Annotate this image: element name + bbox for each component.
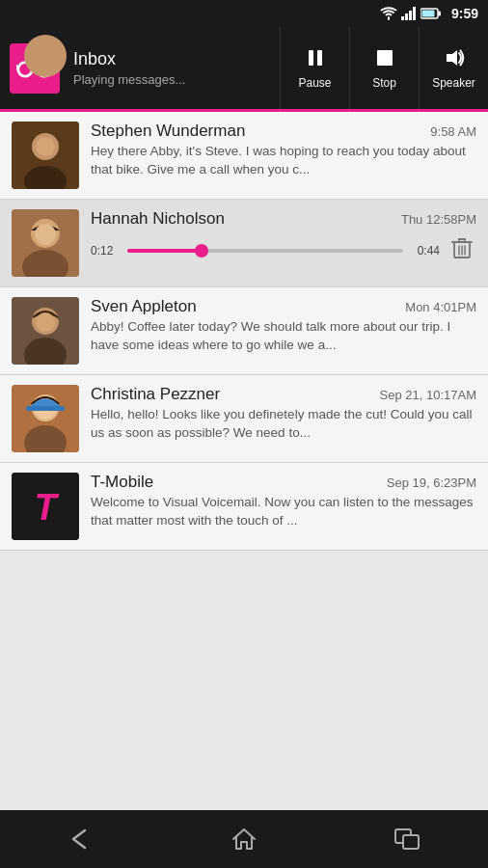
svg-rect-0 — [401, 16, 404, 20]
message-header: T-Mobile Sep 19, 6:23PM — [91, 473, 476, 492]
playback-controls: 0:12 0:44 — [91, 234, 476, 266]
status-bar: 9:59 — [0, 0, 488, 27]
hannah-avatar — [12, 209, 79, 277]
stop-button[interactable]: Stop — [349, 27, 419, 109]
avatar: T — [12, 473, 79, 540]
pause-icon — [305, 47, 326, 72]
message-preview: Hey there Abby, it's Steve. I was hoping… — [91, 143, 476, 179]
christina-avatar — [12, 385, 79, 452]
sender-name: T-Mobile — [91, 473, 153, 492]
app-subtitle: Playing messages... — [73, 72, 185, 87]
message-time: Thu 12:58PM — [401, 212, 476, 227]
list-item[interactable]: Hannah Nicholson Thu 12:58PM 0:12 0:44 — [0, 200, 488, 287]
main-content: Inbox Playing messages... Pause Stop — [0, 27, 488, 810]
app-bar: Inbox Playing messages... Pause Stop — [0, 27, 488, 112]
svg-rect-13 — [317, 50, 322, 66]
svg-point-19 — [36, 137, 55, 156]
recents-button[interactable] — [373, 818, 441, 860]
avatar — [12, 209, 79, 277]
status-icons: 9:59 — [380, 6, 478, 21]
message-content: Hannah Nicholson Thu 12:58PM 0:12 0:44 — [91, 209, 476, 266]
pause-label: Pause — [298, 76, 331, 90]
message-header: Hannah Nicholson Thu 12:58PM — [91, 209, 476, 229]
back-icon — [68, 827, 95, 851]
svg-rect-14 — [377, 50, 393, 66]
home-button[interactable] — [210, 818, 278, 860]
message-list: Stephen Wunderman 9:58 AM Hey there Abby… — [0, 112, 488, 810]
list-item[interactable]: T T-Mobile Sep 19, 6:23PM Welcome to Vis… — [0, 463, 488, 551]
speaker-icon — [444, 47, 465, 72]
sender-name: Christina Pezzner — [91, 385, 220, 404]
playback-time-start: 0:12 — [91, 244, 120, 258]
svg-line-10 — [16, 66, 18, 69]
message-content: Christina Pezzner Sep 21, 10:17AM Hello,… — [91, 385, 476, 443]
svg-point-35 — [36, 312, 55, 332]
stop-label: Stop — [372, 76, 396, 90]
app-title-block: Inbox Playing messages... — [73, 49, 185, 87]
svg-marker-15 — [447, 50, 457, 66]
svg-rect-3 — [413, 7, 416, 20]
svg-point-23 — [35, 224, 56, 245]
battery-icon — [420, 8, 442, 19]
message-time: Sep 21, 10:17AM — [380, 388, 476, 402]
signal-icon — [401, 7, 417, 20]
svg-rect-44 — [403, 835, 419, 849]
list-item[interactable]: Sven Appleton Mon 4:01PM Abby! Coffee la… — [0, 287, 488, 375]
list-item[interactable]: Stephen Wunderman 9:58 AM Hey there Abby… — [0, 112, 488, 200]
sven-avatar — [12, 297, 79, 365]
avatar — [12, 297, 79, 365]
svg-rect-6 — [421, 11, 434, 17]
tmobile-avatar: T — [12, 473, 79, 540]
app-bar-actions: Pause Stop Speaker — [280, 27, 488, 109]
list-item[interactable]: Christina Pezzner Sep 21, 10:17AM Hello,… — [0, 375, 488, 463]
message-content: T-Mobile Sep 19, 6:23PM Welcome to Visua… — [91, 473, 476, 530]
svg-rect-2 — [409, 11, 412, 20]
svg-rect-5 — [438, 12, 441, 16]
svg-rect-12 — [309, 50, 313, 66]
message-header: Sven Appleton Mon 4:01PM — [91, 297, 476, 316]
message-preview: Welcome to Visual Voicemail. Now you can… — [91, 494, 476, 530]
sender-name: Hannah Nicholson — [91, 209, 225, 229]
svg-rect-1 — [405, 14, 408, 20]
wifi-icon — [380, 7, 397, 20]
svg-rect-40 — [26, 406, 65, 411]
avatar — [12, 385, 79, 452]
message-header: Stephen Wunderman 9:58 AM — [91, 122, 476, 141]
speaker-button[interactable]: Speaker — [419, 27, 488, 109]
sender-name: Stephen Wunderman — [91, 122, 245, 141]
trash-icon — [451, 236, 473, 259]
svg-text:T: T — [34, 487, 59, 528]
delete-icon[interactable] — [447, 234, 476, 266]
nav-bar — [0, 810, 488, 868]
message-preview: Hello, hello! Looks like you definetely … — [91, 406, 476, 443]
message-content: Sven Appleton Mon 4:01PM Abby! Coffee la… — [91, 297, 476, 355]
pause-button[interactable]: Pause — [280, 27, 349, 109]
avatar — [12, 122, 79, 189]
message-time: Mon 4:01PM — [405, 300, 476, 314]
stop-icon — [374, 47, 395, 72]
message-time: 9:58 AM — [430, 124, 476, 139]
message-time: Sep 19, 6:23PM — [387, 475, 476, 490]
playback-bar[interactable] — [127, 249, 403, 253]
recents-icon — [394, 828, 420, 850]
app-title: Inbox — [73, 49, 185, 70]
playback-time-end: 0:44 — [411, 244, 440, 258]
home-icon — [231, 827, 257, 852]
message-preview: Abby! Coffee later today? We should talk… — [91, 318, 476, 355]
playback-progress — [127, 249, 202, 253]
message-content: Stephen Wunderman 9:58 AM Hey there Abby… — [91, 122, 476, 179]
message-header: Christina Pezzner Sep 21, 10:17AM — [91, 385, 476, 404]
speaker-label: Speaker — [432, 76, 475, 90]
status-time: 9:59 — [451, 6, 478, 21]
stephen-avatar — [12, 122, 79, 189]
sender-name: Sven Appleton — [91, 297, 197, 316]
back-button[interactable] — [47, 818, 115, 860]
